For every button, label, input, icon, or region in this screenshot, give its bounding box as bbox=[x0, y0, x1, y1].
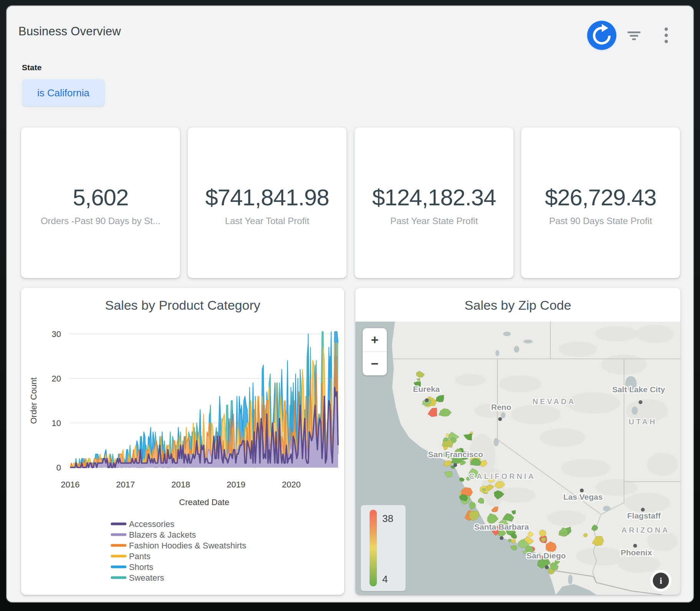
city-label-salt-lake-city: Salt Lake City bbox=[612, 385, 665, 394]
state-label-utah: UTAH bbox=[629, 418, 657, 426]
legend-label: Blazers & Jackets bbox=[129, 530, 196, 540]
scorecard-value: 5,602 bbox=[21, 184, 180, 211]
sales-by-category-card: Sales by Product Category 01020302016201… bbox=[21, 288, 344, 595]
legend-label: Pants bbox=[129, 552, 150, 561]
y-tick-label: 30 bbox=[52, 329, 61, 339]
scorecard-value: $124,182.34 bbox=[355, 184, 513, 211]
x-tick-label: 2020 bbox=[282, 480, 301, 489]
x-tick-label: 2017 bbox=[116, 480, 135, 489]
legend-label: Accessories bbox=[129, 519, 175, 529]
sales-by-category-chart: 010203020162017201820192020Created DateO… bbox=[21, 288, 344, 595]
city-dot-san-francisco bbox=[453, 463, 457, 467]
city-label-eureka: Eureka bbox=[413, 385, 440, 393]
lake bbox=[514, 346, 519, 353]
legend-label: Shorts bbox=[129, 562, 154, 572]
terrain-shade bbox=[511, 405, 561, 424]
city-dot-san-diego bbox=[545, 565, 549, 569]
state-filter-chip[interactable]: is California bbox=[22, 79, 104, 106]
terrain-shade bbox=[595, 326, 637, 342]
city-label-san-francisco: San Francisco bbox=[428, 450, 483, 459]
info-button[interactable]: i bbox=[650, 570, 672, 591]
state-label-arizona: ARIZONA bbox=[621, 526, 670, 534]
lake bbox=[568, 575, 573, 585]
more-menu-button[interactable] bbox=[659, 26, 673, 45]
scorecard-value: $741,841.98 bbox=[188, 184, 347, 211]
scorecard-past-90-days-state-profit: $26,729.43 Past 90 Days State Profit bbox=[521, 127, 680, 278]
zoom-out-button[interactable]: − bbox=[363, 352, 387, 375]
legend-label: Sweaters bbox=[129, 573, 164, 583]
color-gradient-bar bbox=[370, 510, 377, 586]
scale-max-label: 38 bbox=[382, 513, 393, 525]
terrain-shade bbox=[547, 510, 586, 526]
terrain-shade bbox=[455, 374, 486, 386]
x-axis-title: Created Date bbox=[179, 497, 229, 507]
lake bbox=[523, 340, 533, 343]
map-title: Sales by Zip Code bbox=[355, 298, 680, 313]
city-dot-phoenix bbox=[633, 544, 637, 548]
scorecard-past-year-state-profit: $124,182.34 Past Year State Profit bbox=[355, 127, 513, 278]
terrain-shade bbox=[618, 556, 660, 573]
terrain-shade bbox=[540, 428, 586, 447]
y-tick-label: 10 bbox=[52, 418, 61, 428]
city-label-las-vegas: Las Vegas bbox=[563, 492, 603, 501]
scale-min-label: 4 bbox=[382, 573, 388, 585]
x-tick-label: 2018 bbox=[172, 480, 190, 489]
legend-label: Fashion Hoodies & Sweatshirts bbox=[129, 541, 246, 550]
scorecard-label: Orders -Past 90 Days by St... bbox=[21, 216, 180, 226]
city-label-flagstaff: Flagstaff bbox=[627, 511, 661, 520]
zoom-in-button[interactable]: + bbox=[363, 328, 387, 352]
info-icon: i bbox=[653, 573, 669, 589]
chip-label: is California bbox=[37, 87, 89, 99]
x-tick-label: 2016 bbox=[61, 480, 80, 489]
terrain-shade bbox=[499, 375, 542, 392]
zip-region[interactable] bbox=[583, 533, 587, 537]
window-frame: Business Overview bbox=[0, 0, 700, 611]
y-tick-label: 0 bbox=[56, 463, 61, 472]
scorecard-label: Past Year State Profit bbox=[355, 216, 513, 226]
lake bbox=[501, 412, 505, 418]
city-label-reno: Reno bbox=[491, 403, 512, 411]
city-label-phoenix: Phoenix bbox=[621, 548, 652, 557]
map-zoom-control: + − bbox=[363, 328, 387, 375]
state-label-california: CALIFORNIA bbox=[469, 472, 535, 481]
city-dot-santa-barbara bbox=[500, 536, 504, 540]
page-title: Business Overview bbox=[18, 25, 121, 38]
y-tick-label: 20 bbox=[52, 374, 61, 383]
scorecard-value: $26,729.43 bbox=[521, 184, 680, 211]
terrain-shade bbox=[576, 547, 626, 566]
city-dot-salt-lake-city bbox=[639, 400, 642, 404]
lake bbox=[632, 406, 638, 415]
refresh-icon bbox=[587, 45, 616, 51]
city-dot-reno bbox=[498, 417, 502, 421]
filter-field-label: State bbox=[22, 63, 41, 72]
lake bbox=[503, 332, 511, 336]
city-label-santa-barbara: Santa Barbara bbox=[474, 522, 529, 531]
city-label-san-diego: San Diego bbox=[527, 551, 566, 560]
terrain-shade bbox=[636, 325, 674, 343]
kebab-icon bbox=[659, 39, 673, 46]
scorecard-label: Past 90 Days State Profit bbox=[521, 216, 680, 226]
x-tick-label: 2019 bbox=[227, 480, 246, 489]
scorecard-last-year-profit: $741,841.98 Last Year Total Profit bbox=[188, 127, 347, 278]
filter-icon bbox=[626, 38, 642, 45]
filter-control[interactable] bbox=[626, 27, 642, 44]
sales-by-zip-card: Sales by Zip Code EurekaRenoSan Francisc… bbox=[355, 288, 680, 595]
lake bbox=[495, 350, 499, 356]
chart-title: Sales by Product Category bbox=[21, 298, 344, 313]
scorecard-orders: 5,602 Orders -Past 90 Days by St... bbox=[21, 127, 180, 278]
terrain-shade bbox=[624, 493, 670, 513]
lake bbox=[494, 438, 499, 446]
color-scale-legend: 38 4 bbox=[361, 505, 406, 591]
terrain-shade bbox=[647, 453, 678, 476]
city-dot-las-vegas bbox=[580, 489, 584, 492]
refresh-button[interactable] bbox=[587, 21, 616, 50]
terrain-shade bbox=[561, 459, 611, 477]
state-label-nevada: NEVADA bbox=[533, 397, 576, 406]
scorecard-label: Last Year Total Profit bbox=[188, 216, 347, 226]
y-axis-title: Order Count bbox=[29, 377, 38, 424]
dashboard: Business Overview bbox=[6, 5, 694, 603]
city-dot-eureka bbox=[425, 398, 429, 402]
terrain-shade bbox=[559, 342, 597, 357]
